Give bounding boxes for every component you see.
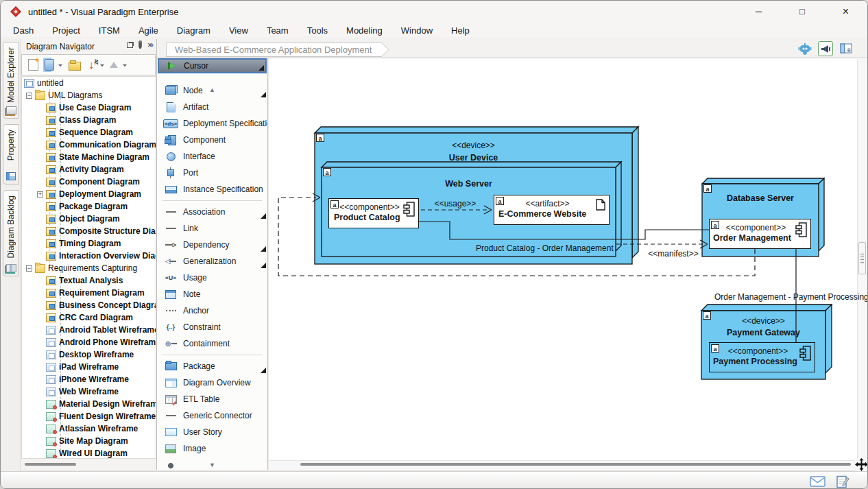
canvas-horizontal-scrollbar-thumb[interactable] xyxy=(300,463,851,466)
maximize-button[interactable]: □ xyxy=(780,1,823,23)
tree-item[interactable]: − Requirements Capturing xyxy=(22,262,156,274)
palette-item[interactable]: Note xyxy=(157,286,267,302)
tree-item[interactable]: Android Tablet Wireframe xyxy=(22,324,156,336)
palette-item[interactable]: Containment xyxy=(157,335,267,352)
menu-item[interactable]: Modeling xyxy=(346,25,383,36)
whats-new-icon[interactable] xyxy=(818,41,833,56)
palette-item[interactable]: Deployment Specification xyxy=(157,115,267,132)
payment-gateway-name[interactable]: Payment Gateway xyxy=(701,328,825,337)
tree-item[interactable]: Atlassian Wireframe xyxy=(22,422,156,435)
menu-item[interactable]: Project xyxy=(52,25,80,36)
palette-item[interactable] xyxy=(157,352,267,358)
tree-item[interactable]: Textual Analysis xyxy=(22,274,156,287)
palette-item[interactable]: Cursor xyxy=(158,58,267,73)
tree-item[interactable]: iPad Wireframe xyxy=(22,361,156,373)
palette-item[interactable]: Constraint xyxy=(157,319,267,335)
tree-item[interactable]: Material Design Wireframe xyxy=(22,398,156,410)
tab-model-explorer[interactable]: Model Explorer xyxy=(3,42,19,119)
tree-item[interactable]: Class Diagram xyxy=(22,114,156,126)
menu-item[interactable]: Team xyxy=(267,25,289,36)
open-project-button[interactable] xyxy=(67,57,83,73)
tree-item[interactable]: Business Concept Diagram xyxy=(22,299,156,311)
tree-item[interactable]: Communication Diagram xyxy=(22,139,156,151)
close-button[interactable]: × xyxy=(824,1,867,23)
sort-dropdown-icon[interactable] xyxy=(99,57,106,73)
tree-horizontal-scrollbar[interactable] xyxy=(25,463,76,466)
tree-item[interactable]: Web Wireframe xyxy=(22,385,156,398)
tree-item[interactable]: − UML Diagrams xyxy=(22,89,156,102)
palette-item[interactable]: Link xyxy=(157,220,267,237)
pan-tool-icon[interactable] xyxy=(855,458,868,471)
tree-item[interactable]: Requirement Diagram xyxy=(22,287,156,299)
collapse-dropdown-icon[interactable] xyxy=(122,57,128,73)
palette-item[interactable]: Generic Connector xyxy=(157,407,267,424)
palette-scroll-down[interactable]: ▼ xyxy=(157,461,267,470)
menu-item[interactable]: Tools xyxy=(307,25,328,36)
tree-item[interactable]: Composite Structure Diagram xyxy=(22,225,156,237)
tree-item[interactable]: Site Map Diagram xyxy=(22,435,156,447)
palette-item[interactable]: Interface xyxy=(157,148,267,165)
toolbar-overflow-icon[interactable]: » xyxy=(149,41,154,49)
tree-item[interactable]: Desktop Wireframe xyxy=(22,348,156,361)
artifact-ecommerce-website[interactable]: a <<artifact>> E-Commerce Website xyxy=(494,195,610,225)
group-by-button[interactable] xyxy=(41,57,58,73)
tree-item[interactable]: Android Phone Wireframe xyxy=(22,336,156,348)
release-notes-icon[interactable] xyxy=(836,475,849,489)
menu-item[interactable]: Agile xyxy=(138,25,158,36)
pin-panel-icon[interactable] xyxy=(139,43,141,49)
palette-item[interactable]: Association xyxy=(157,204,267,220)
group-by-dropdown-icon[interactable] xyxy=(58,57,64,73)
tree-item[interactable]: Use Case Diagram xyxy=(22,102,156,114)
float-panel-icon[interactable] xyxy=(127,43,133,48)
tree-item[interactable]: Wired UI Diagram xyxy=(22,447,156,459)
tree-item[interactable]: Package Diagram xyxy=(22,200,156,213)
palette-item[interactable]: Image xyxy=(157,440,267,457)
tree-item[interactable]: Object Diagram xyxy=(22,213,156,225)
tree-item[interactable]: Component Diagram xyxy=(22,176,156,188)
menu-item[interactable]: Diagram xyxy=(177,25,210,36)
menu-item[interactable]: ITSM xyxy=(99,25,120,36)
palette-item[interactable]: Package xyxy=(157,358,267,374)
messages-icon[interactable] xyxy=(810,476,825,489)
tab-diagram-backlog[interactable]: Diagram Backlog xyxy=(3,190,19,276)
show-panel-icon[interactable] xyxy=(839,41,854,56)
menu-item[interactable]: View xyxy=(229,25,248,36)
tree-expand-handle[interactable]: + xyxy=(37,191,43,198)
palette-item[interactable]: Node xyxy=(157,82,267,99)
tree-expand-handle[interactable]: − xyxy=(26,93,32,99)
tree-item[interactable]: Activity Diagram xyxy=(22,163,156,176)
breadcrumb[interactable]: Web-Based E-Commerce Application Deploym… xyxy=(166,43,389,57)
database-server-name[interactable]: Database Server xyxy=(702,193,819,203)
new-diagram-button[interactable] xyxy=(25,57,41,73)
palette-item[interactable]: Diagram Overview xyxy=(157,374,267,391)
palette-item[interactable]: Instance Specification xyxy=(157,181,267,198)
web-server-name[interactable]: Web Server xyxy=(322,179,616,189)
sort-button[interactable] xyxy=(83,57,99,73)
tab-property[interactable]: Property xyxy=(3,124,19,184)
menu-item[interactable]: Help xyxy=(451,25,470,36)
tree-item[interactable]: Timing Diagram xyxy=(22,237,156,250)
palette-item[interactable] xyxy=(157,198,267,204)
palette-item[interactable]: Generalization xyxy=(157,253,267,270)
palette-item[interactable]: Anchor xyxy=(157,302,267,319)
user-device-name[interactable]: User Device xyxy=(315,153,632,163)
tree-expand-handle[interactable]: − xyxy=(26,265,32,272)
menu-item[interactable]: Dash xyxy=(13,25,34,36)
component-product-catalog[interactable]: a <<component>> Product Catalog xyxy=(328,198,419,228)
tree-item[interactable]: Interaction Overview Diagram xyxy=(22,250,156,262)
ai-assistant-icon[interactable] xyxy=(797,41,812,56)
tree-item[interactable]: + Deployment Diagram xyxy=(22,188,156,200)
tree-item[interactable]: iPhone Wireframe xyxy=(22,373,156,385)
tree-item[interactable]: State Machine Diagram xyxy=(22,151,156,163)
component-payment-processing[interactable]: a <<component>> Payment Processing xyxy=(709,342,815,372)
component-order-management[interactable]: a <<component>> Order Management xyxy=(709,219,811,249)
tree-item[interactable]: Fluent Design Wireframe xyxy=(22,410,156,422)
tree-item[interactable]: untitled xyxy=(22,77,156,89)
palette-item[interactable]: Port xyxy=(157,165,267,181)
minimize-button[interactable]: ─ xyxy=(737,1,780,23)
palette-item[interactable]: Dependency xyxy=(157,237,267,253)
palette-item[interactable]: Component xyxy=(157,132,267,148)
palette-item[interactable]: Artifact xyxy=(157,99,267,115)
tree-item[interactable]: CRC Card Diagram xyxy=(22,311,156,324)
palette-item[interactable]: ▲ xyxy=(157,73,267,82)
